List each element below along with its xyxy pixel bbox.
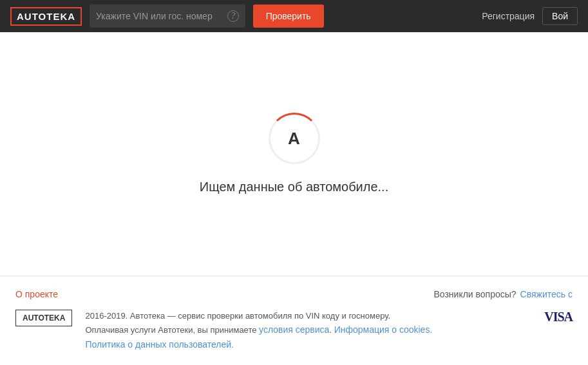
search-area: ? [90, 5, 245, 28]
footer-contact: Возникли вопросы? Свяжитесь с [433, 289, 573, 299]
loading-text: Ищем данные об автомобиле... [200, 180, 388, 194]
loading-spinner: A [269, 113, 320, 164]
help-icon[interactable]: ? [227, 10, 239, 22]
footer-description: 2016-2019. Автотека — сервис проверки ав… [85, 310, 531, 352]
contact-question: Возникли вопросы? [433, 289, 516, 299]
logo[interactable]: AUTOTEKA [10, 7, 82, 26]
contact-link[interactable]: Свяжитесь с [520, 289, 573, 299]
footer-top: О проекте Возникли вопросы? Свяжитесь с [15, 289, 573, 299]
footer-bottom: AUTOTEKA 2016-2019. Автотека — сервис пр… [15, 310, 573, 352]
footer-desc-line3: Политика о данных пользователей. [85, 337, 531, 352]
search-input[interactable] [96, 11, 222, 21]
privacy-link[interactable]: Политика о данных пользователей. [85, 339, 234, 350]
terms-link[interactable]: условия сервиса [259, 324, 329, 335]
footer-logo: AUTOTEKA [15, 310, 72, 326]
login-button[interactable]: Вой [542, 7, 578, 25]
about-link[interactable]: О проекте [15, 289, 58, 299]
check-button-label: Проверить [266, 11, 311, 21]
header: AUTOTEKA ? Проверить Регистрация Вой [0, 0, 588, 32]
footer-desc-line1: 2016-2019. Автотека — сервис проверки ав… [85, 310, 531, 323]
logo-text: AUTOTEKA [17, 11, 75, 22]
main-content: A Ищем данные об автомобиле... [0, 32, 588, 276]
footer-desc-line2: Оплачивая услуги Автотеки, вы принимаете… [85, 323, 531, 337]
check-button[interactable]: Проверить [253, 5, 324, 28]
cookies-link[interactable]: Информация о cookies. [334, 324, 433, 335]
registration-link[interactable]: Регистрация [482, 11, 535, 21]
nav-links: Регистрация Вой [482, 7, 578, 25]
visa-logo: VISA [544, 310, 573, 324]
footer: О проекте Возникли вопросы? Свяжитесь с … [0, 276, 588, 365]
spinner-letter: A [288, 129, 300, 149]
